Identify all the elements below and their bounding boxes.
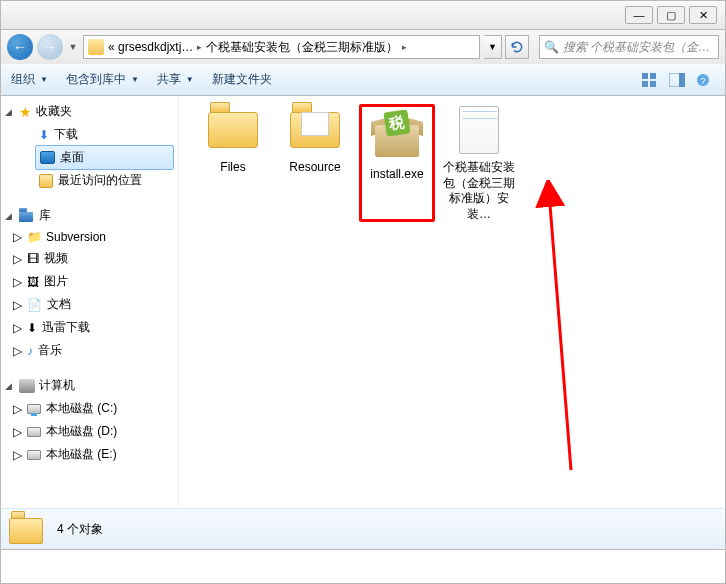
- preview-pane-button[interactable]: [665, 69, 689, 91]
- sidebar-item-downloads[interactable]: ⬇下载: [1, 123, 178, 146]
- organize-button[interactable]: 组织▼: [11, 71, 48, 88]
- share-button[interactable]: 共享▼: [157, 71, 194, 88]
- search-placeholder: 搜索 个税基础安装包（金…: [563, 39, 710, 56]
- help-icon: ?: [696, 73, 710, 87]
- video-icon: 🎞: [27, 252, 39, 266]
- sidebar-item-documents[interactable]: ▷📄文档: [1, 293, 178, 316]
- sidebar-item-drive-c[interactable]: ▷本地磁盘 (C:): [1, 397, 178, 420]
- expand-icon: ▷: [13, 275, 22, 289]
- help-button[interactable]: ?: [691, 69, 715, 91]
- item-label: install.exe: [364, 167, 430, 183]
- view-options-button[interactable]: [639, 69, 663, 91]
- sidebar: ◢★收藏夹 ⬇下载 桌面 最近访问的位置 ◢库 ▷📁Subversion ▷🎞视…: [1, 96, 179, 508]
- folder-icon: [290, 106, 340, 148]
- document-icon: 📄: [27, 298, 42, 312]
- drive-icon: [27, 450, 41, 460]
- expand-icon: ▷: [13, 252, 22, 266]
- sidebar-item-videos[interactable]: ▷🎞视频: [1, 247, 178, 270]
- sidebar-item-pictures[interactable]: ▷🖼图片: [1, 270, 178, 293]
- drive-icon: [27, 427, 41, 437]
- svg-line-8: [549, 192, 571, 470]
- file-item-folder[interactable]: Resource: [277, 104, 353, 222]
- item-label: 个税基础安装包（金税三期标准版）安装…: [441, 160, 517, 222]
- refresh-button[interactable]: [505, 35, 529, 59]
- expand-icon: ▷: [13, 230, 22, 244]
- sidebar-item-xunlei[interactable]: ▷⬇迅雷下载: [1, 316, 178, 339]
- status-text: 4 个对象: [57, 521, 103, 538]
- installer-icon: 税: [373, 113, 421, 157]
- chevron-down-icon: ▼: [186, 75, 194, 84]
- window-bottom: [0, 550, 726, 584]
- item-label: Resource: [277, 160, 353, 176]
- folder-icon: [88, 39, 104, 55]
- collapse-icon: ◢: [5, 381, 15, 391]
- annotation-arrow: [523, 180, 643, 480]
- svg-rect-0: [642, 73, 648, 79]
- sidebar-favorites[interactable]: ◢★收藏夹: [1, 100, 178, 123]
- computer-icon: [19, 379, 35, 393]
- folder-icon: [208, 106, 258, 148]
- breadcrumb-sep-icon[interactable]: ▸: [197, 42, 202, 52]
- drive-icon: [27, 404, 41, 414]
- svg-rect-2: [642, 81, 648, 87]
- toolbar: 组织▼ 包含到库中▼ 共享▼ 新建文件夹 ?: [0, 64, 726, 96]
- collapse-icon: ◢: [5, 107, 15, 117]
- recent-icon: [39, 174, 53, 188]
- folder-icon: [9, 514, 45, 544]
- expand-icon: ▷: [13, 448, 22, 462]
- sidebar-item-drive-e[interactable]: ▷本地磁盘 (E:): [1, 443, 178, 466]
- back-button[interactable]: ←: [7, 34, 33, 60]
- picture-icon: 🖼: [27, 275, 39, 289]
- sidebar-item-subversion[interactable]: ▷📁Subversion: [1, 227, 178, 247]
- svg-rect-1: [650, 73, 656, 79]
- history-dropdown[interactable]: ▼: [67, 34, 79, 60]
- svg-rect-5: [679, 73, 685, 87]
- sidebar-item-drive-d[interactable]: ▷本地磁盘 (D:): [1, 420, 178, 443]
- file-list[interactable]: Files Resource 税 install.exe 个税基础安装包（金税三…: [179, 96, 725, 508]
- download-icon: ⬇: [39, 128, 49, 142]
- file-item-document[interactable]: 个税基础安装包（金税三期标准版）安装…: [441, 104, 517, 222]
- file-item-installer[interactable]: 税 install.exe: [359, 104, 435, 222]
- expand-icon: ▷: [13, 321, 22, 335]
- chevron-down-icon: ▼: [131, 75, 139, 84]
- search-icon: 🔍: [544, 40, 559, 54]
- sidebar-item-desktop[interactable]: 桌面: [35, 145, 174, 170]
- pane-icon: [669, 73, 685, 87]
- forward-button[interactable]: →: [37, 34, 63, 60]
- maximize-button[interactable]: ▢: [657, 6, 685, 24]
- sidebar-computer[interactable]: ◢计算机: [1, 374, 178, 397]
- sidebar-libraries[interactable]: ◢库: [1, 204, 178, 227]
- address-dropdown[interactable]: ▼: [484, 35, 502, 59]
- close-button[interactable]: ✕: [689, 6, 717, 24]
- breadcrumb-1[interactable]: « grsesdkdjxtj…: [108, 40, 193, 54]
- new-folder-button[interactable]: 新建文件夹: [212, 71, 272, 88]
- sidebar-item-music[interactable]: ▷♪音乐: [1, 339, 178, 362]
- download-icon: ⬇: [27, 321, 37, 335]
- lib-icon: 📁: [27, 230, 41, 244]
- chevron-down-icon: ▼: [40, 75, 48, 84]
- sidebar-item-recent[interactable]: 最近访问的位置: [1, 169, 178, 192]
- search-input[interactable]: 🔍 搜索 个税基础安装包（金…: [539, 35, 719, 59]
- status-bar: 4 个对象: [0, 508, 726, 550]
- file-item-folder[interactable]: Files: [195, 104, 271, 222]
- minimize-button[interactable]: —: [625, 6, 653, 24]
- expand-icon: ▷: [13, 402, 22, 416]
- include-library-button[interactable]: 包含到库中▼: [66, 71, 139, 88]
- svg-text:?: ?: [700, 76, 705, 86]
- item-label: Files: [195, 160, 271, 176]
- expand-icon: ▷: [13, 298, 22, 312]
- titlebar: — ▢ ✕: [0, 0, 726, 30]
- view-icon: [642, 73, 660, 87]
- library-icon: [19, 208, 35, 224]
- document-icon: [459, 106, 499, 154]
- explorer-body: ◢★收藏夹 ⬇下载 桌面 最近访问的位置 ◢库 ▷📁Subversion ▷🎞视…: [0, 96, 726, 508]
- expand-icon: ▷: [13, 344, 22, 358]
- refresh-icon: [510, 40, 524, 54]
- desktop-icon: [40, 151, 55, 164]
- breadcrumb-2[interactable]: 个税基础安装包（金税三期标准版）: [206, 39, 398, 56]
- address-bar[interactable]: « grsesdkdjxtj… ▸ 个税基础安装包（金税三期标准版） ▸: [83, 35, 480, 59]
- breadcrumb-sep-icon[interactable]: ▸: [402, 42, 407, 52]
- collapse-icon: ◢: [5, 211, 15, 221]
- music-icon: ♪: [27, 344, 33, 358]
- star-icon: ★: [19, 104, 32, 120]
